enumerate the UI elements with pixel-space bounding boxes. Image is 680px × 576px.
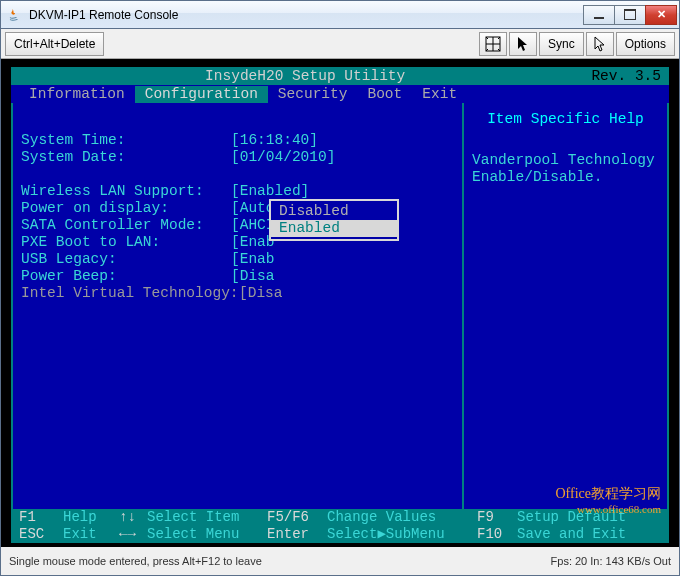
key-f5f6: F5/F6 xyxy=(267,509,327,526)
hint-select-submenu: Select▶SubMenu xyxy=(327,526,477,543)
app-window: DKVM-IP1 Remote Console Ctrl+Alt+Delete … xyxy=(0,0,680,576)
help-text-1: Vanderpool Technology xyxy=(472,152,659,169)
bios-body: System Time:[16:18:40] System Date:[01/0… xyxy=(11,103,669,509)
ctrl-alt-delete-button[interactable]: Ctrl+Alt+Delete xyxy=(5,32,104,56)
key-updown: ↑↓ xyxy=(119,509,147,526)
row-usb-legacy[interactable]: USB Legacy:[Enab xyxy=(21,251,454,268)
bios-revision: Rev. 3.5 xyxy=(591,68,661,85)
hint-exit: Exit xyxy=(63,526,119,543)
java-icon xyxy=(7,7,23,23)
close-button[interactable] xyxy=(645,5,677,25)
key-f1: F1 xyxy=(19,509,63,526)
key-f10: F10 xyxy=(477,526,517,543)
status-left: Single mouse mode entered, press Alt+F12… xyxy=(9,555,551,567)
settings-pane: System Time:[16:18:40] System Date:[01/0… xyxy=(13,103,462,509)
label-sata-mode: SATA Controller Mode: xyxy=(21,217,231,234)
label-intel-vt: Intel Virtual Technology: xyxy=(21,285,239,302)
key-enter: Enter xyxy=(267,526,327,543)
value-usb-legacy: [Enab xyxy=(231,251,275,268)
row-intel-vt[interactable]: Intel Virtual Technology:[Disa xyxy=(21,285,454,302)
value-system-time: [16:18:40] xyxy=(231,132,318,149)
label-system-time: System Time: xyxy=(21,132,231,149)
label-usb-legacy: USB Legacy: xyxy=(21,251,231,268)
hint-select-item: Select Item xyxy=(147,509,267,526)
label-power-beep: Power Beep: xyxy=(21,268,231,285)
value-power-beep: [Disa xyxy=(231,268,275,285)
sync-button[interactable]: Sync xyxy=(539,32,584,56)
help-title: Item Specific Help xyxy=(472,111,659,128)
popup-option-disabled[interactable]: Disabled xyxy=(271,203,397,220)
help-text-2: Enable/Disable. xyxy=(472,169,659,186)
help-pane: Item Specific Help Vanderpool Technology… xyxy=(462,103,667,509)
row-power-beep[interactable]: Power Beep:[Disa xyxy=(21,268,454,285)
row-wireless-lan[interactable]: Wireless LAN Support:[Enabled] xyxy=(21,183,454,200)
cursor-outline-button[interactable] xyxy=(586,32,614,56)
window-controls xyxy=(584,5,677,25)
options-button[interactable]: Options xyxy=(616,32,675,56)
tab-information[interactable]: Information xyxy=(19,86,135,103)
bios-footer: F1Help ↑↓Select Item F5/F6Change Values … xyxy=(11,509,669,543)
tab-exit[interactable]: Exit xyxy=(412,86,467,103)
row-system-date[interactable]: System Date:[01/04/2010] xyxy=(21,149,454,166)
hint-save-exit: Save and Exit xyxy=(517,526,626,543)
cursor-icon xyxy=(515,36,531,52)
hint-select-menu: Select Menu xyxy=(147,526,267,543)
label-power-display: Power on display: xyxy=(21,200,231,217)
key-f9: F9 xyxy=(477,509,517,526)
tab-boot[interactable]: Boot xyxy=(357,86,412,103)
toolbar: Ctrl+Alt+Delete Sync Options xyxy=(1,29,679,59)
bios-title: InsydeH20 Setup Utility xyxy=(19,68,591,85)
bios-header: InsydeH20 Setup Utility Rev. 3.5 xyxy=(11,67,669,85)
label-system-date: System Date: xyxy=(21,149,231,166)
value-system-date: [01/04/2010] xyxy=(231,149,335,166)
popup-option-enabled[interactable]: Enabled xyxy=(271,220,397,237)
tab-security[interactable]: Security xyxy=(268,86,358,103)
bios-menubar: Information Configuration Security Boot … xyxy=(11,85,669,103)
tab-configuration[interactable]: Configuration xyxy=(135,86,268,103)
value-intel-vt: [Disa xyxy=(239,285,283,302)
hint-help: Help xyxy=(63,509,119,526)
status-right: Fps: 20 In: 143 KB/s Out xyxy=(551,555,671,567)
statusbar: Single mouse mode entered, press Alt+F12… xyxy=(1,547,679,575)
value-pxe-boot: [Enab xyxy=(231,234,275,251)
maximize-button[interactable] xyxy=(614,5,646,25)
value-wireless-lan: [Enabled] xyxy=(231,183,309,200)
remote-console-viewport: InsydeH20 Setup Utility Rev. 3.5 Informa… xyxy=(1,59,679,547)
window-title: DKVM-IP1 Remote Console xyxy=(29,8,584,22)
cursor-outline-icon xyxy=(592,36,608,52)
label-pxe-boot: PXE Boot to LAN: xyxy=(21,234,231,251)
fullscreen-icon xyxy=(485,36,501,52)
hint-setup-default: Setup Default xyxy=(517,509,626,526)
label-wireless-lan: Wireless LAN Support: xyxy=(21,183,231,200)
key-esc: ESC xyxy=(19,526,63,543)
option-popup: Disabled Enabled xyxy=(269,199,399,241)
hint-change-values: Change Values xyxy=(327,509,477,526)
row-system-time[interactable]: System Time:[16:18:40] xyxy=(21,132,454,149)
bios-screen: InsydeH20 Setup Utility Rev. 3.5 Informa… xyxy=(11,67,669,543)
fullscreen-button[interactable] xyxy=(479,32,507,56)
cursor-solid-button[interactable] xyxy=(509,32,537,56)
key-leftright: ←→ xyxy=(119,526,147,543)
titlebar: DKVM-IP1 Remote Console xyxy=(1,1,679,29)
minimize-button[interactable] xyxy=(583,5,615,25)
